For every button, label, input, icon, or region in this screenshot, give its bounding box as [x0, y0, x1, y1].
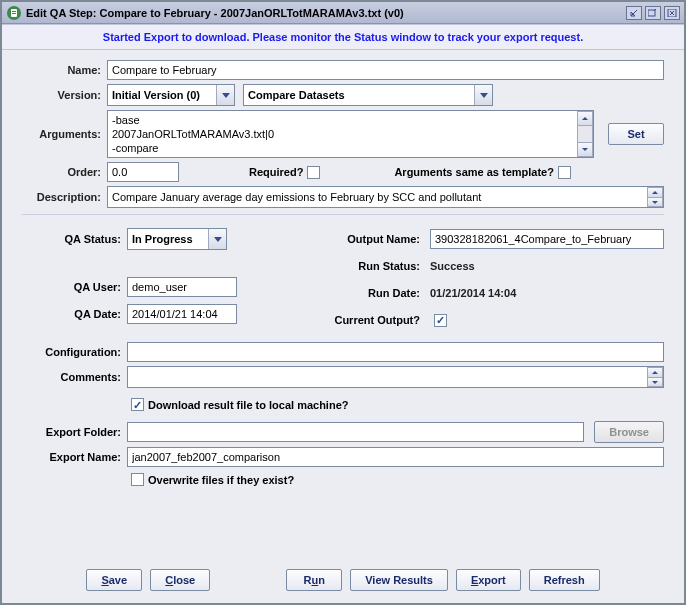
scrollbar[interactable] — [577, 111, 593, 157]
browse-button[interactable]: Browse — [594, 421, 664, 443]
required-checkbox[interactable] — [307, 166, 320, 179]
qa-status-select[interactable]: In Progress — [127, 228, 227, 250]
export-button[interactable]: Export — [456, 569, 521, 591]
order-label: Order: — [22, 166, 107, 178]
qa-date-field[interactable] — [127, 304, 237, 324]
chevron-down-icon[interactable] — [208, 229, 226, 249]
comments-label: Comments: — [22, 371, 127, 383]
args-same-label: Arguments same as template? — [394, 166, 554, 178]
chevron-down-icon[interactable] — [474, 85, 492, 105]
qa-date-label: QA Date: — [22, 308, 127, 320]
export-name-label: Export Name: — [22, 451, 127, 463]
scroll-up-icon[interactable] — [577, 111, 593, 126]
window-title: Edit QA Step: Compare to February - 2007… — [26, 7, 623, 19]
qa-user-field[interactable] — [127, 277, 237, 297]
status-banner: Started Export to download. Please monit… — [2, 24, 684, 50]
overwrite-checkbox[interactable] — [131, 473, 144, 486]
name-field[interactable] — [107, 60, 664, 80]
run-date-value: 01/21/2014 14:04 — [430, 287, 516, 299]
minimize-icon[interactable] — [626, 6, 642, 20]
close-button[interactable]: Close — [150, 569, 210, 591]
comments-field[interactable] — [128, 367, 647, 387]
arguments-label: Arguments: — [22, 128, 107, 140]
download-label: Download result file to local machine? — [148, 399, 348, 411]
output-name-label: Output Name: — [312, 233, 430, 245]
program-select[interactable]: Compare Datasets — [243, 84, 493, 106]
set-button[interactable]: Set — [608, 123, 664, 145]
view-results-button[interactable]: View Results — [350, 569, 448, 591]
run-date-label: Run Date: — [312, 287, 430, 299]
configuration-label: Configuration: — [22, 346, 127, 358]
qa-status-label: QA Status: — [22, 233, 127, 245]
required-label: Required? — [249, 166, 303, 178]
save-button[interactable]: Save — [86, 569, 142, 591]
run-button[interactable]: Run — [286, 569, 342, 591]
export-folder-label: Export Folder: — [22, 426, 127, 438]
args-same-checkbox[interactable] — [558, 166, 571, 179]
export-folder-field[interactable] — [127, 422, 584, 442]
qa-user-label: QA User: — [22, 281, 127, 293]
name-label: Name: — [22, 64, 107, 76]
description-spinner[interactable] — [647, 187, 663, 207]
order-field[interactable] — [107, 162, 179, 182]
maximize-icon[interactable] — [645, 6, 661, 20]
current-output-checkbox[interactable] — [434, 314, 447, 327]
run-status-value: Success — [430, 260, 475, 272]
titlebar: Edit QA Step: Compare to February - 2007… — [2, 2, 684, 24]
current-output-label: Current Output? — [312, 314, 430, 326]
scroll-down-icon[interactable] — [577, 142, 593, 157]
button-bar: Save Close Run View Results Export Refre… — [2, 557, 684, 603]
svg-rect-2 — [12, 11, 16, 12]
description-label: Description: — [22, 191, 107, 203]
overwrite-label: Overwrite files if they exist? — [148, 474, 294, 486]
output-name-field[interactable] — [430, 229, 664, 249]
edit-qa-step-window: Edit QA Step: Compare to February - 2007… — [0, 0, 686, 605]
refresh-button[interactable]: Refresh — [529, 569, 600, 591]
download-checkbox[interactable] — [131, 398, 144, 411]
arguments-field[interactable] — [108, 111, 577, 157]
form-area: Name: Version: Initial Version (0) Compa… — [2, 50, 684, 490]
comments-spinner[interactable] — [647, 367, 663, 387]
chevron-down-icon[interactable] — [216, 85, 234, 105]
export-name-field[interactable] — [127, 447, 664, 467]
app-icon — [6, 5, 22, 21]
close-icon[interactable] — [664, 6, 680, 20]
banner-text: Started Export to download. Please monit… — [103, 31, 583, 43]
configuration-field[interactable] — [127, 342, 664, 362]
description-field[interactable] — [108, 187, 647, 207]
svg-rect-3 — [12, 13, 16, 14]
version-label: Version: — [22, 89, 107, 101]
run-status-label: Run Status: — [312, 260, 430, 272]
version-select[interactable]: Initial Version (0) — [107, 84, 235, 106]
